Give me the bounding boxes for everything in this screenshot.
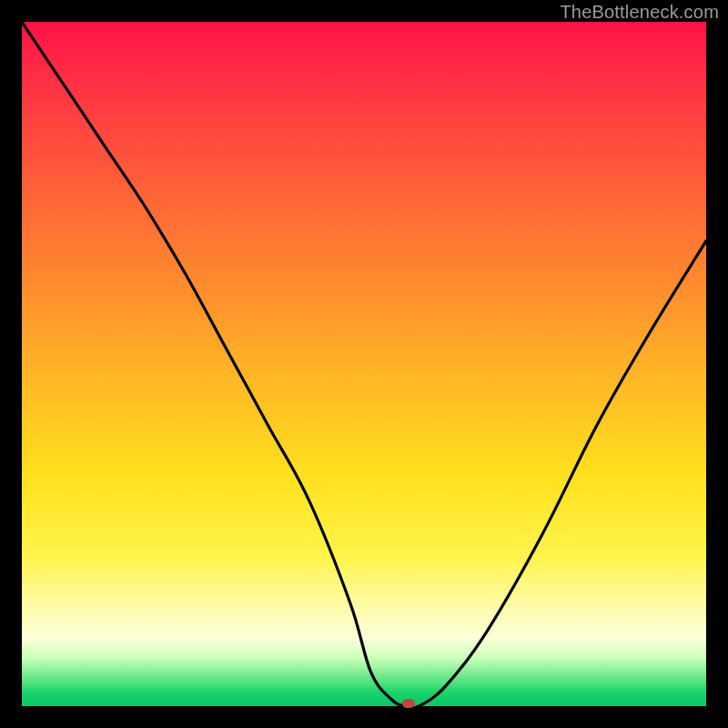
bottleneck-curve	[22, 22, 706, 706]
minimum-marker	[402, 699, 415, 708]
watermark-text: TheBottleneck.com	[560, 2, 719, 23]
plot-area	[22, 22, 706, 706]
chart-stage: TheBottleneck.com	[0, 0, 728, 728]
